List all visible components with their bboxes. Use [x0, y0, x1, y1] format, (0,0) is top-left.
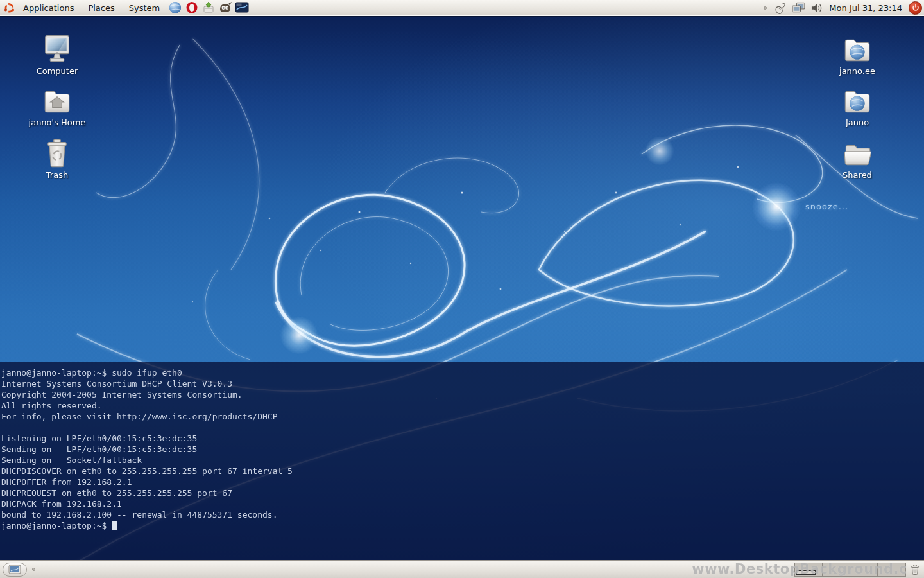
network-folder-icon	[826, 32, 888, 64]
desktop-icon-label: Shared	[826, 170, 888, 180]
workspace-4[interactable]	[878, 563, 905, 576]
opera-launcher-icon[interactable]	[184, 0, 200, 15]
terminal-line: Internet Systems Consortium DHCP Client …	[1, 378, 293, 389]
gimp-launcher-icon[interactable]	[218, 0, 233, 15]
volume-icon[interactable]	[810, 3, 823, 13]
desktop-icon-computer[interactable]: Computer	[26, 32, 88, 76]
desktop-icon-home[interactable]: janno's Home	[26, 83, 88, 127]
top-panel-left: Applications Places System	[0, 0, 250, 15]
desktop-icon-label: Janno	[826, 118, 888, 127]
terminal-line: Sending on LPF/eth0/00:15:c5:3e:dc:35	[1, 444, 293, 455]
workspace-switcher[interactable]	[794, 563, 906, 577]
network-monitor-icon[interactable]	[792, 2, 805, 13]
terminal-line: janno@janno-laptop:~$ sudo ifup eth0	[1, 367, 293, 378]
terminal-line: Copyright 2004-2005 Internet Systems Con…	[1, 389, 293, 400]
computer-icon	[26, 32, 88, 64]
terminal-line: bound to 192.168.2.100 -- renewal in 448…	[1, 509, 293, 520]
terminal-prompt-line: janno@janno-laptop:~$	[1, 520, 293, 531]
menu-system[interactable]: System	[122, 0, 167, 15]
terminal-line	[1, 422, 293, 433]
terminal-line: Listening on LPF/eth0/00:15:c5:3e:dc:35	[1, 433, 293, 444]
browser-launcher-icon[interactable]	[167, 0, 183, 15]
terminal-line: Sending on Socket/fallback	[1, 455, 293, 466]
terminal-line: DHCPACK from 192.168.2.1	[1, 498, 293, 509]
desktop-icon-shared[interactable]: Shared	[826, 136, 888, 180]
desktop-icon-label: janno.ee	[826, 66, 888, 76]
screenshot-launcher-icon[interactable]	[234, 0, 250, 15]
terminal-line: DHCPDISCOVER on eth0 to 255.255.255.255 …	[1, 466, 293, 477]
show-desktop-button[interactable]	[3, 563, 27, 577]
update-manager-launcher-icon[interactable]	[201, 0, 216, 15]
network-folder-icon	[826, 83, 888, 116]
applet-handle	[764, 6, 767, 10]
top-panel: Applications Places System	[0, 0, 924, 16]
trash-applet-icon[interactable]	[909, 563, 921, 577]
desktop-icon-trash[interactable]: Trash	[26, 136, 88, 180]
workspace-1[interactable]	[795, 563, 823, 576]
bottom-panel	[0, 560, 924, 578]
desktop-icon-janno[interactable]: Janno	[826, 83, 888, 127]
logout-power-button[interactable]	[909, 1, 922, 15]
desktop-icon-label: Computer	[26, 66, 88, 76]
trash-icon	[26, 136, 88, 168]
terminal-window[interactable]: janno@janno-laptop:~$ sudo ifup eth0 Int…	[0, 362, 924, 560]
terminal-output: janno@janno-laptop:~$ sudo ifup eth0 Int…	[1, 367, 293, 531]
folder-open-icon	[826, 136, 888, 168]
workspace-3[interactable]	[850, 563, 878, 576]
mouse-applet-icon[interactable]	[774, 2, 787, 14]
terminal-line: DHCPOFFER from 192.168.2.1	[1, 477, 293, 487]
desktop-icon-label: janno's Home	[26, 118, 88, 127]
desktop-icon-janno-ee[interactable]: janno.ee	[826, 32, 888, 76]
top-panel-right: Mon Jul 31, 23:14	[758, 0, 924, 15]
menu-places[interactable]: Places	[81, 0, 121, 15]
workspace-2[interactable]	[823, 563, 850, 576]
applet-handle	[32, 568, 35, 571]
terminal-cursor	[112, 521, 117, 530]
clock[interactable]: Mon Jul 31, 23:14	[825, 3, 907, 13]
home-folder-icon	[26, 83, 88, 116]
terminal-line: All rights reserved.	[1, 400, 293, 411]
terminal-prompt: janno@janno-laptop:~$	[1, 521, 112, 530]
wallpaper-caption: snooze...	[805, 202, 848, 211]
terminal-line: DHCPREQUEST on eth0 to 255.255.255.255 p…	[1, 487, 293, 498]
menu-applications[interactable]: Applications	[16, 0, 81, 15]
terminal-line: For info, please visit http://www.isc.or…	[1, 411, 293, 422]
ubuntu-logo-icon[interactable]	[4, 3, 15, 13]
desktop-icon-label: Trash	[26, 170, 88, 180]
workspace-window-thumb	[796, 570, 816, 575]
